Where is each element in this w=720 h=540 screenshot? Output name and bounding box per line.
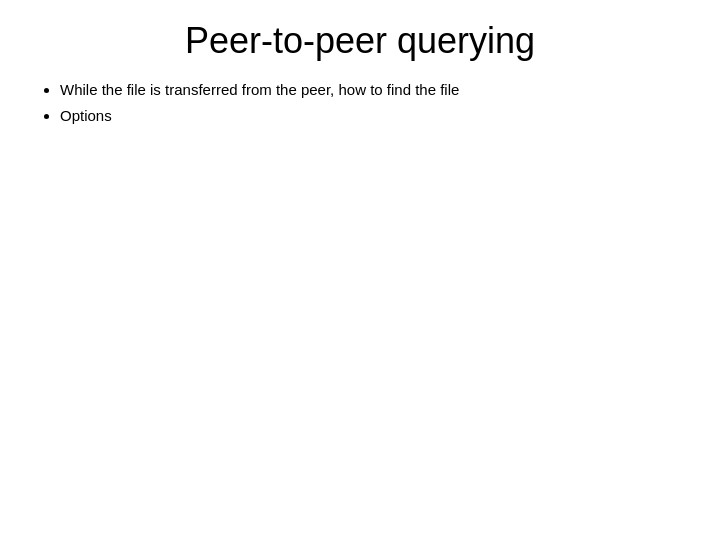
slide-title: Peer-to-peer querying: [30, 20, 690, 62]
bullet-options: Options: [60, 104, 690, 128]
slide: Peer-to-peer querying While the file is …: [0, 0, 720, 540]
top-bullets: While the file is transferred from the p…: [40, 78, 690, 128]
content-area: While the file is transferred from the p…: [30, 78, 690, 128]
bullet-file-transfer: While the file is transferred from the p…: [60, 78, 690, 102]
